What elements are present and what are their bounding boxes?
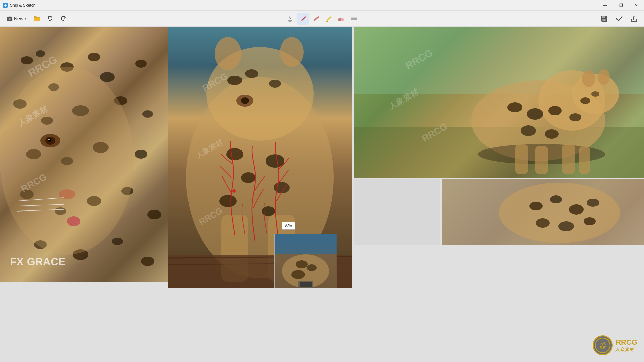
svg-point-52 xyxy=(112,238,123,245)
svg-rect-15 xyxy=(326,21,328,22)
share-button[interactable] xyxy=(628,13,640,25)
new-label: New xyxy=(14,16,23,21)
svg-point-121 xyxy=(584,217,596,225)
svg-point-5 xyxy=(9,18,11,20)
svg-rect-111 xyxy=(562,144,575,174)
touch-writing-button[interactable] xyxy=(284,13,296,25)
window-controls: — ❐ ✕ xyxy=(598,0,644,11)
svg-point-106 xyxy=(580,97,590,104)
svg-marker-13 xyxy=(314,19,314,21)
svg-rect-110 xyxy=(535,146,548,174)
new-button[interactable]: New ▾ xyxy=(4,14,29,23)
highlighter-button[interactable] xyxy=(322,13,334,25)
svg-marker-12 xyxy=(314,16,319,21)
rrcg-logo: 人众 素材 RRCG 人众素材 xyxy=(593,335,637,355)
svg-point-119 xyxy=(536,218,550,228)
title-bar: Snip & Sketch — ❐ ✕ xyxy=(0,0,644,11)
new-dropdown-icon[interactable]: ▾ xyxy=(25,17,26,20)
svg-point-120 xyxy=(558,221,574,231)
redo-icon xyxy=(60,15,67,22)
svg-point-34 xyxy=(100,72,115,82)
outdoor-leopard xyxy=(354,27,644,178)
svg-rect-112 xyxy=(579,146,590,174)
svg-point-57 xyxy=(48,138,51,142)
toolbar-left: New ▾ xyxy=(4,13,69,25)
ballpoint-pen-button[interactable] xyxy=(297,13,309,25)
image-panel-center: RRCG 人象素材 RRCG Win xyxy=(168,27,352,288)
svg-point-102 xyxy=(548,106,562,115)
undo-icon xyxy=(47,15,53,22)
pen-icon xyxy=(299,15,307,22)
calligraphy-pen-button[interactable] xyxy=(310,13,322,25)
canvas-area[interactable]: RRCG 人象素材 RRCG FX GRACE xyxy=(0,27,644,362)
svg-rect-92 xyxy=(300,282,312,287)
checkmark-icon xyxy=(615,15,623,22)
svg-rect-6 xyxy=(8,16,11,17)
svg-point-114 xyxy=(499,183,620,243)
image-panel-right-bottom-right xyxy=(442,179,644,245)
svg-text:人众: 人众 xyxy=(599,342,606,345)
svg-point-88 xyxy=(296,260,308,268)
svg-marker-8 xyxy=(64,17,65,19)
win-tooltip: Win xyxy=(282,222,295,230)
svg-point-103 xyxy=(521,125,536,136)
svg-rect-109 xyxy=(515,144,528,174)
svg-rect-28 xyxy=(603,19,605,21)
copy-button[interactable] xyxy=(613,13,625,25)
svg-point-105 xyxy=(569,113,581,121)
toolbar: New ▾ xyxy=(0,11,644,27)
eraser-icon xyxy=(337,15,345,22)
svg-rect-85 xyxy=(275,234,337,254)
svg-point-53 xyxy=(141,257,154,266)
close-button[interactable]: ✕ xyxy=(629,0,644,11)
svg-point-89 xyxy=(307,264,317,271)
folder-icon xyxy=(33,15,40,22)
svg-rect-26 xyxy=(602,16,605,18)
undo-button[interactable] xyxy=(44,13,56,25)
toolbar-right-tools xyxy=(598,13,640,25)
app-icon xyxy=(3,3,8,8)
camera-icon xyxy=(7,16,13,22)
svg-point-90 xyxy=(291,270,305,279)
svg-point-35 xyxy=(135,60,147,68)
svg-point-58 xyxy=(48,139,50,140)
highlighter-icon xyxy=(325,15,332,22)
svg-point-54 xyxy=(0,67,134,255)
svg-point-118 xyxy=(587,199,599,207)
app-title: Snip & Sketch xyxy=(10,3,35,8)
rock-leopard xyxy=(442,179,644,245)
svg-point-107 xyxy=(591,91,599,97)
redo-button[interactable] xyxy=(57,13,69,25)
svg-point-117 xyxy=(569,204,584,215)
svg-marker-9 xyxy=(301,16,306,21)
svg-marker-7 xyxy=(48,17,50,19)
image-panel-right-top: RRCG 人象素材 RRCG xyxy=(354,27,644,178)
svg-point-84 xyxy=(232,189,236,193)
ruler-icon xyxy=(350,15,358,22)
rrcg-circle-icon: 人众 素材 xyxy=(593,335,613,355)
rrcg-text: RRCG 人众素材 xyxy=(615,338,637,353)
svg-marker-14 xyxy=(326,16,332,21)
touch-icon xyxy=(286,15,294,22)
toolbar-center-tools xyxy=(284,13,360,25)
svg-marker-10 xyxy=(301,20,302,21)
minimize-button[interactable]: — xyxy=(598,0,613,11)
calligraphy-icon xyxy=(312,15,319,22)
open-file-button[interactable] xyxy=(31,13,43,25)
svg-point-49 xyxy=(147,210,161,219)
svg-point-44 xyxy=(135,150,147,159)
svg-point-33 xyxy=(88,53,100,61)
image-panel-right-bottom-left xyxy=(354,179,440,245)
svg-point-122 xyxy=(595,338,610,353)
eraser-button[interactable] xyxy=(335,13,347,25)
inset-jaguar xyxy=(275,234,337,288)
svg-point-115 xyxy=(529,202,543,210)
ruler-button[interactable] xyxy=(348,13,360,25)
svg-point-63 xyxy=(67,216,80,226)
inset-panel xyxy=(274,234,336,288)
save-button[interactable] xyxy=(598,13,610,25)
save-icon xyxy=(601,15,608,22)
svg-point-100 xyxy=(507,102,522,112)
maximize-button[interactable]: ❐ xyxy=(613,0,629,11)
svg-text:素材: 素材 xyxy=(600,346,606,349)
